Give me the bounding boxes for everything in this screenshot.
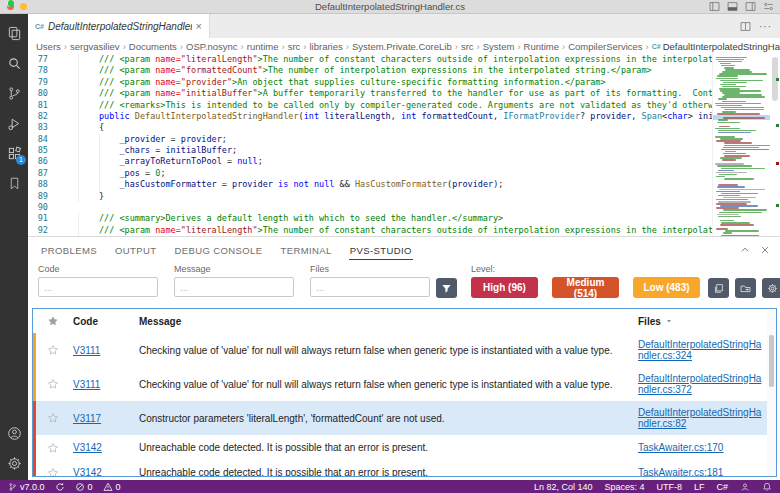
warning-code-link[interactable]: V3142 xyxy=(73,467,102,477)
toggle-sidebar-icon[interactable] xyxy=(709,1,720,12)
warning-file-link[interactable]: TaskAwaiter.cs:170 xyxy=(638,442,766,454)
level-button-medium[interactable]: Medium (514) xyxy=(552,277,619,298)
warning-file-link[interactable]: DefaultInterpolatedStringHandler.cs:82 xyxy=(638,407,766,430)
code-line[interactable]: 83 { xyxy=(28,122,712,133)
code-line[interactable]: 78 /// <param name="formattedCount">The … xyxy=(28,65,712,76)
code-line[interactable]: 87 _pos = 0; xyxy=(28,168,712,179)
eol-item[interactable]: LF xyxy=(694,482,705,492)
message-column-header[interactable]: Message xyxy=(139,316,638,327)
code-column-header[interactable]: Code xyxy=(73,316,139,327)
breadcrumb-item[interactable]: DefaultInterpolatedStringHandler.cs xyxy=(663,41,780,52)
account-icon[interactable] xyxy=(0,418,28,448)
code-line[interactable]: 84 _provider = provider; xyxy=(28,134,712,145)
editor-scrollbar[interactable] xyxy=(770,54,780,236)
breadcrumb-item[interactable]: System xyxy=(483,41,515,52)
warning-file-link[interactable]: DefaultInterpolatedStringHandler.cs:324 xyxy=(638,339,766,362)
warning-code-link[interactable]: V3111 xyxy=(73,345,100,356)
favorite-star-icon[interactable] xyxy=(33,412,73,424)
panel-tab-output[interactable]: OUTPUT xyxy=(114,240,157,259)
breadcrumb-item[interactable]: CompilerServices xyxy=(568,41,642,52)
run-debug-icon[interactable] xyxy=(0,108,28,138)
warning-row[interactable]: V3117Constructor parameters 'literalLeng… xyxy=(33,401,776,435)
message-filter-input[interactable] xyxy=(174,277,294,297)
code-line[interactable]: 91 /// <summary>Derives a default length… xyxy=(28,213,712,224)
minimap[interactable] xyxy=(712,54,770,236)
code-line[interactable]: 77 /// <param name="literalLength">The n… xyxy=(28,54,712,65)
code-line[interactable]: 80 /// <param name="initialBuffer">A buf… xyxy=(28,88,712,99)
warning-row[interactable]: V3142Unreachable code detected. It is po… xyxy=(33,435,776,460)
filter-funnel-button[interactable] xyxy=(436,278,457,298)
code-line[interactable]: 82 public DefaultInterpolatedStringHandl… xyxy=(28,111,712,122)
encoding-item[interactable]: UTF-8 xyxy=(656,482,682,492)
code-line[interactable]: 90 xyxy=(28,202,712,213)
breadcrumb-item[interactable]: src xyxy=(461,41,474,52)
split-editor-icon[interactable] xyxy=(740,21,751,32)
breadcrumb-item[interactable]: src xyxy=(288,41,301,52)
table-scrollbar[interactable] xyxy=(767,309,776,476)
sync-status-item[interactable] xyxy=(55,482,65,492)
favorite-star-icon[interactable] xyxy=(33,378,73,390)
breadcrumb-item[interactable]: Users xyxy=(36,41,61,52)
indentation-item[interactable]: Spaces: 4 xyxy=(604,482,644,492)
warnings-item[interactable]: 0 xyxy=(103,482,121,492)
warning-file-link[interactable]: TaskAwaiter.cs:181 xyxy=(638,467,766,477)
panel-tab-debug-console[interactable]: DEBUG CONSOLE xyxy=(173,240,263,259)
favorites-column-header[interactable] xyxy=(33,315,73,327)
breadcrumb-item[interactable]: libraries xyxy=(309,41,342,52)
copy-report-button[interactable] xyxy=(708,278,729,298)
code-line[interactable]: 89 } xyxy=(28,191,712,202)
level-button-low[interactable]: Low (483) xyxy=(633,277,700,298)
breadcrumb-item[interactable]: Runtime xyxy=(524,41,559,52)
panel-tab-pvs-studio[interactable]: PVS-STUDIO xyxy=(349,240,413,260)
warning-file-link[interactable]: DefaultInterpolatedStringHandler.cs:372 xyxy=(638,373,766,396)
code-line[interactable]: 88 _hasCustomFormatter = provider is not… xyxy=(28,179,712,190)
panel-tab-problems[interactable]: PROBLEMS xyxy=(40,240,98,259)
customize-layout-icon[interactable] xyxy=(763,1,774,12)
favorite-star-icon[interactable] xyxy=(33,442,73,454)
table-scrollbar-thumb[interactable] xyxy=(769,335,774,387)
code-line[interactable]: 79 /// <param name="provider">An object … xyxy=(28,77,712,88)
explorer-icon[interactable] xyxy=(0,18,28,48)
source-control-icon[interactable] xyxy=(0,78,28,108)
warning-code-link[interactable]: V3111 xyxy=(73,379,100,390)
breadcrumb-item[interactable]: runtime xyxy=(247,41,279,52)
notifications-item[interactable] xyxy=(762,482,772,492)
tab-close-icon[interactable]: × xyxy=(196,21,202,32)
files-filter-input[interactable] xyxy=(310,277,430,297)
cursor-position-item[interactable]: Ln 82, Col 140 xyxy=(534,482,593,492)
open-report-button[interactable] xyxy=(735,278,756,298)
feedback-item[interactable] xyxy=(740,482,750,492)
code-line[interactable]: 85 _chars = initialBuffer; xyxy=(28,145,712,156)
code-line[interactable]: 81 /// <remarks>This is intended to be c… xyxy=(28,100,712,111)
pvs-version-item[interactable]: v7.0.0 xyxy=(8,482,45,492)
warning-row[interactable]: V3111Checking value of 'value' for null … xyxy=(33,333,776,367)
toggle-secondary-sidebar-icon[interactable] xyxy=(745,1,756,12)
tab-default-interpolated-string-handler[interactable]: C# DefaultInterpolatedStringHandler.cs × xyxy=(28,14,210,38)
warning-row[interactable]: V3142Unreachable code detected. It is po… xyxy=(33,460,776,477)
favorite-star-icon[interactable] xyxy=(33,467,73,478)
close-panel-icon[interactable] xyxy=(760,245,770,255)
code-line[interactable]: 92 /// <param name="literalLength">The n… xyxy=(28,225,712,236)
extensions-icon[interactable]: 1 xyxy=(0,138,28,168)
favorite-star-icon[interactable] xyxy=(33,344,73,356)
search-icon[interactable] xyxy=(0,48,28,78)
toggle-panel-icon[interactable] xyxy=(727,1,738,12)
breadcrumb-item[interactable]: Documents xyxy=(129,41,177,52)
code-editor[interactable]: 77 /// <param name="literalLength">The n… xyxy=(28,54,780,236)
errors-item[interactable]: 0 xyxy=(75,482,93,492)
code-filter-input[interactable] xyxy=(38,277,158,297)
breadcrumb-item[interactable]: System.Private.CoreLib xyxy=(352,41,452,52)
level-button-high[interactable]: High (96) xyxy=(471,277,538,298)
breadcrumb-item[interactable]: sergvasiliev xyxy=(70,41,120,52)
code-line[interactable]: 86 _arrayToReturnToPool = null; xyxy=(28,156,712,167)
warning-code-link[interactable]: V3142 xyxy=(73,442,102,453)
breadcrumb-item[interactable]: OSP.nosync xyxy=(186,41,238,52)
warning-code-link[interactable]: V3117 xyxy=(73,413,101,424)
warning-row[interactable]: V3111Checking value of 'value' for null … xyxy=(33,367,776,401)
files-column-header[interactable]: Files xyxy=(638,316,776,327)
maximize-panel-icon[interactable] xyxy=(740,245,750,255)
language-mode-item[interactable]: C# xyxy=(716,482,728,492)
pvs-settings-button[interactable] xyxy=(762,278,780,298)
more-actions-icon[interactable]: ··· xyxy=(759,21,772,32)
settings-gear-icon[interactable] xyxy=(0,448,28,478)
